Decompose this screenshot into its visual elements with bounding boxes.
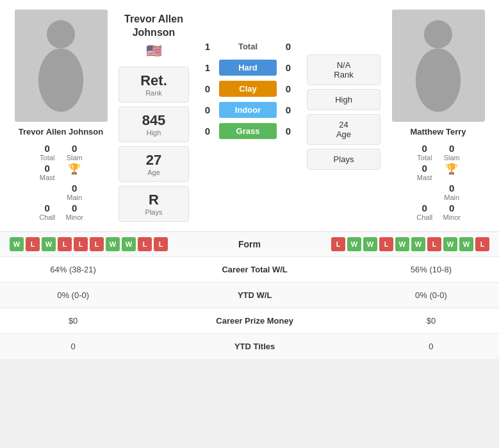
total-score-right: 0 [282,41,295,52]
grass-btn: Grass [219,123,277,139]
left-slam-value: 0 [72,143,77,154]
player-right-name: Matthew Terry [410,127,466,137]
left-mast-label: Mast [40,174,55,181]
form-badge-left: W [122,237,136,251]
left-plays-value: R [129,192,179,208]
right-plays-box: Plays [307,149,380,170]
right-center-stats: N/A Rank High 24 Age Plays [307,10,380,222]
grass-score-left: 0 [201,126,214,137]
main-container: Trevor Allen Johnson 0 Total 0 Slam 0 Ma… [0,0,499,359]
stat-label: YTD W/L [146,282,363,308]
stat-left: 64% (38-21) [0,256,146,282]
player-right: Matthew Terry 0 Total 0 Slam 0 Mast 🏆 [384,10,493,222]
left-chall-label: Chall [39,213,55,221]
left-minor-cell: 0 Minor [66,203,84,221]
stat-right: $0 [363,308,499,333]
left-high-box: 845 High [119,106,189,142]
form-badge-left: L [58,237,72,251]
clay-score-right: 0 [282,83,295,94]
left-high-value: 845 [129,112,179,129]
right-main-label: Main [444,194,459,201]
right-rank-value: N/A [317,60,370,70]
right-rank-box: N/A Rank [307,54,380,85]
left-trophy-cell: 🏆 [66,163,84,181]
hard-score-left: 1 [201,62,214,73]
form-badge-right: W [363,237,377,251]
form-badge-left: L [154,237,168,251]
indoor-row: 0 Indoor 0 [192,102,304,118]
form-badge-right: L [331,237,345,251]
left-slam-cell: 0 Slam [66,143,84,162]
left-minor-label: Minor [66,213,84,221]
right-slam-label: Slam [444,154,460,162]
left-age-box: 27 Age [119,146,189,182]
form-badge-right: L [427,237,441,251]
right-main-cell: 0 Main [443,183,461,201]
top-section: Trevor Allen Johnson 0 Total 0 Slam 0 Ma… [0,0,499,231]
form-badge-right: W [443,237,457,251]
left-total-cell: 0 Total [38,143,56,162]
left-age-value: 27 [129,152,179,169]
stats-row: 0% (0-0) YTD W/L 0% (0-0) [0,282,499,308]
scores-center: 1 Total 0 1 Hard 0 0 Clay 0 0 Indoor 0 [192,10,304,222]
clay-row: 0 Clay 0 [192,81,304,97]
player-left: Trevor Allen Johnson 0 Total 0 Slam 0 Ma… [6,10,115,222]
left-chall-value: 0 [45,203,50,213]
right-trophy-cell: 🏆 [443,163,461,181]
left-total-value: 0 [45,143,50,154]
left-main-label: Main [67,194,82,201]
form-badge-left: L [138,237,152,251]
form-label: Form [238,239,261,249]
right-main-value: 0 [449,183,454,194]
left-high-label: High [129,129,179,137]
left-main-value: 0 [72,183,77,194]
right-slam-cell: 0 Slam [443,143,461,162]
right-high-value: High [317,95,370,104]
player-left-photo [15,10,108,122]
right-age-box: 24 Age [307,114,380,145]
form-badge-left: L [26,237,40,251]
hard-row: 1 Hard 0 [192,60,304,76]
stat-left: 0% (0-0) [0,282,146,308]
right-age-label: Age [317,129,370,139]
left-player-name-lines: Trevor Allen Johnson [124,13,183,40]
right-chall-value: 0 [422,203,427,213]
left-rank-value: Ret. [129,72,179,89]
left-mast-value: 0 [45,163,50,174]
form-badge-left: W [10,237,24,251]
right-chall-cell: 0 Chall [416,203,434,221]
right-total-value: 0 [422,143,427,154]
indoor-score-right: 0 [282,104,295,115]
left-rank-box: Ret. Rank [119,67,189,103]
player-right-stats: 0 Total 0 Slam 0 Mast 🏆 0 Main [416,143,461,221]
stat-left: 0 [0,333,146,359]
total-score-left: 1 [201,41,214,52]
stat-right: 0% (0-0) [363,282,499,308]
stats-row: 64% (38-21) Career Total W/L 56% (10-8) [0,256,499,282]
form-badge-left: W [106,237,120,251]
player-left-stats: 0 Total 0 Slam 0 Mast 🏆 0 Main [38,143,83,221]
clay-score-left: 0 [201,83,214,94]
left-total-label: Total [40,154,54,162]
stat-right: 0 [363,333,499,359]
form-badge-left: W [42,237,56,251]
right-minor-cell: 0 Minor [443,203,461,221]
indoor-btn: Indoor [219,102,277,118]
left-main-spacer: 0 Main [66,183,84,201]
right-trophy-icon: 🏆 [445,163,458,175]
form-badge-right: W [459,237,473,251]
total-label: Total [219,38,277,54]
stat-label: YTD Titles [146,333,363,359]
right-plays-label: Plays [317,154,370,164]
right-rank-label: Rank [317,70,370,79]
svg-point-2 [424,20,452,48]
grass-row: 0 Grass 0 [192,123,304,139]
stat-label: Career Total W/L [146,256,363,282]
right-mast-label: Mast [417,174,432,181]
form-badge-right: L [379,237,393,251]
form-badges-left: WLWLLLWWLL [10,237,168,251]
stats-table: 64% (38-21) Career Total W/L 56% (10-8) … [0,256,499,359]
right-minor-value: 0 [449,203,454,213]
right-total-cell: 0 Total [416,143,434,162]
clay-btn: Clay [219,81,277,97]
